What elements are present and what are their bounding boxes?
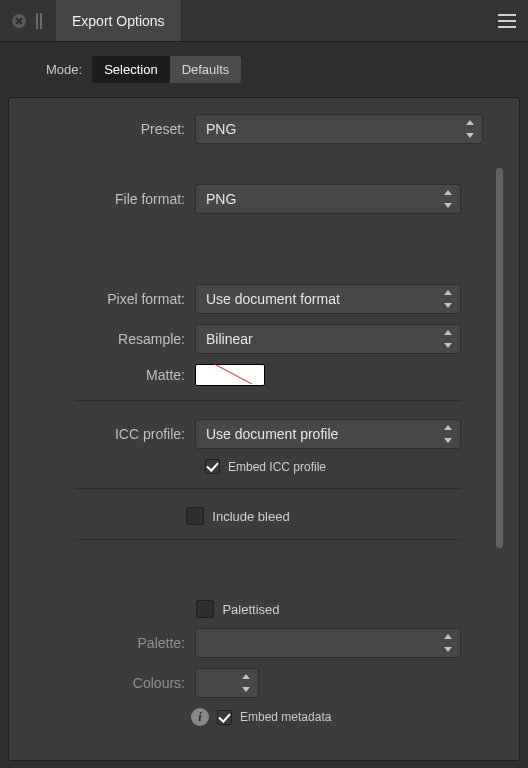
icc-profile-label: ICC profile: (15, 426, 195, 442)
options-panel: Preset: PNG File format: PNG Pixel forma… (8, 97, 520, 761)
matte-row: Matte: (15, 364, 461, 386)
palette-label: Palette: (15, 635, 195, 651)
include-bleed-checkbox[interactable] (186, 507, 204, 525)
preset-value: PNG (206, 121, 236, 137)
stepper-icon (442, 330, 454, 348)
stepper-icon (442, 425, 454, 443)
tab-export-options[interactable]: Export Options (56, 0, 182, 41)
stepper-icon (442, 190, 454, 208)
colours-label: Colours: (15, 675, 195, 691)
mode-label: Mode: (46, 62, 82, 77)
divider (75, 400, 461, 401)
pixel-format-value: Use document format (206, 291, 340, 307)
pixel-format-select[interactable]: Use document format (195, 284, 461, 314)
mode-segmented: Selection Defaults (92, 56, 241, 83)
preset-row: Preset: PNG (15, 114, 483, 144)
embed-metadata-row: i Embed metadata (185, 708, 513, 726)
resample-row: Resample: Bilinear (15, 324, 461, 354)
stepper-icon (442, 634, 454, 652)
embed-icc-checkbox[interactable] (205, 459, 220, 474)
tab-label: Export Options (72, 13, 165, 29)
close-icon[interactable] (12, 14, 26, 28)
resample-label: Resample: (15, 331, 195, 347)
colours-row: Colours: (15, 668, 461, 698)
drag-handle-icon[interactable] (36, 13, 44, 29)
file-format-label: File format: (15, 191, 195, 207)
preset-label: Preset: (15, 121, 195, 137)
mode-selection-button[interactable]: Selection (92, 56, 169, 83)
preset-select[interactable]: PNG (195, 114, 483, 144)
file-format-select[interactable]: PNG (195, 184, 461, 214)
palettised-checkbox[interactable] (196, 600, 214, 618)
pixel-format-row: Pixel format: Use document format (15, 284, 461, 314)
file-format-row: File format: PNG (15, 184, 461, 214)
include-bleed-label: Include bleed (212, 509, 289, 524)
titlebar: Export Options (0, 0, 528, 42)
scrollbar[interactable] (496, 168, 503, 548)
matte-label: Matte: (15, 367, 195, 383)
include-bleed-row: Include bleed (15, 507, 461, 525)
embed-icc-label: Embed ICC profile (228, 460, 326, 474)
info-icon[interactable]: i (191, 708, 209, 726)
embed-metadata-checkbox[interactable] (217, 710, 232, 725)
embed-metadata-label: Embed metadata (240, 710, 331, 724)
icc-profile-row: ICC profile: Use document profile (15, 419, 461, 449)
mode-defaults-button[interactable]: Defaults (170, 56, 242, 83)
pixel-format-label: Pixel format: (15, 291, 195, 307)
palettised-row: Palettised (15, 600, 461, 618)
resample-select[interactable]: Bilinear (195, 324, 461, 354)
stepper-icon (240, 674, 252, 692)
palette-row: Palette: (15, 628, 461, 658)
icc-profile-select[interactable]: Use document profile (195, 419, 461, 449)
matte-swatch[interactable] (195, 364, 265, 386)
menu-icon[interactable] (486, 0, 528, 41)
divider (75, 488, 461, 489)
icc-profile-value: Use document profile (206, 426, 338, 442)
colours-select[interactable] (195, 668, 259, 698)
embed-icc-row: Embed ICC profile (205, 459, 461, 474)
palette-select[interactable] (195, 628, 461, 658)
palettised-label: Palettised (222, 602, 279, 617)
stepper-icon (442, 290, 454, 308)
resample-value: Bilinear (206, 331, 253, 347)
mode-row: Mode: Selection Defaults (0, 42, 528, 97)
stepper-icon (464, 120, 476, 138)
divider (75, 539, 461, 540)
file-format-value: PNG (206, 191, 236, 207)
